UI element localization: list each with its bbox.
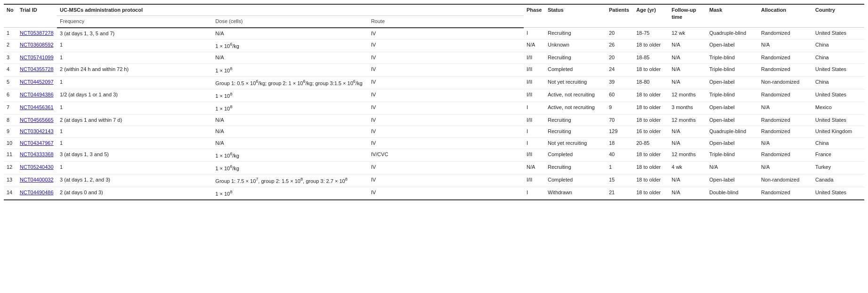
cell-followup: 3 months	[669, 102, 706, 114]
cell-allocation: Randomized	[758, 28, 812, 40]
col-header-status: Status	[545, 4, 606, 28]
trial-id-link[interactable]: NCT04452097	[20, 79, 54, 85]
cell-dose: 1 × 108	[212, 187, 368, 200]
cell-trial-id[interactable]: NCT04400032	[17, 174, 57, 187]
trial-id-link[interactable]: NCT05240430	[20, 164, 54, 170]
cell-phase: I/II	[524, 114, 545, 126]
cell-trial-id[interactable]: NCT04452097	[17, 76, 57, 89]
cell-no: 3	[4, 52, 17, 63]
cell-country: France	[812, 149, 864, 161]
trial-id-link[interactable]: NCT05741099	[20, 55, 54, 60]
trial-id-link[interactable]: NCT04400032	[20, 177, 54, 182]
cell-trial-id[interactable]: NCT04494386	[17, 89, 57, 102]
cell-allocation: Randomized	[758, 89, 812, 102]
cell-followup: N/A	[669, 137, 706, 149]
cell-dose: N/A	[212, 126, 368, 137]
cell-trial-id[interactable]: NCT05387278	[17, 28, 57, 40]
cell-allocation: N/A	[758, 162, 812, 174]
trial-id-link[interactable]: NCT04355728	[20, 66, 54, 72]
cell-phase: I	[524, 187, 545, 200]
cell-route: IV	[368, 40, 524, 52]
cell-allocation: Randomized	[758, 63, 812, 76]
table-row: 14NCT044904862 (at days 0 and 3)1 × 108I…	[4, 187, 864, 200]
cell-trial-id[interactable]: NCT04347967	[17, 137, 57, 149]
cell-mask: Double-blind	[706, 187, 758, 200]
cell-route: IV	[368, 162, 524, 174]
col-header-trial-id: Trial ID	[17, 4, 57, 28]
cell-phase: I/II	[524, 52, 545, 63]
cell-followup: 12 wk	[669, 28, 706, 40]
cell-dose: N/A	[212, 28, 368, 40]
cell-age: 18 to older	[633, 63, 669, 76]
cell-phase: N/A	[524, 162, 545, 174]
cell-followup: N/A	[669, 63, 706, 76]
cell-dose: 1 × 108	[212, 89, 368, 102]
cell-trial-id[interactable]: NCT04355728	[17, 63, 57, 76]
cell-frequency: 3 (at days 1, 2, and 3)	[57, 174, 212, 187]
trial-id-link[interactable]: NCT04347967	[20, 140, 54, 146]
cell-status: Completed	[545, 149, 606, 161]
cell-followup: 4 wk	[669, 162, 706, 174]
cell-trial-id[interactable]: NCT04490486	[17, 187, 57, 200]
cell-dose: N/A	[212, 114, 368, 126]
col-header-protocol-group: UC-MSCs administration protocol	[57, 4, 524, 16]
cell-dose: 1 × 106/kg	[212, 149, 368, 161]
table-row: 9NCT030421431N/AIVIRecruiting12916 to ol…	[4, 126, 864, 137]
cell-allocation: N/A	[758, 40, 812, 52]
col-header-age: Age (yr)	[633, 4, 669, 28]
cell-patients: 24	[606, 63, 633, 76]
cell-route: IV	[368, 52, 524, 63]
cell-followup: N/A	[669, 174, 706, 187]
cell-no: 4	[4, 63, 17, 76]
trial-id-link[interactable]: NCT04333368	[20, 151, 54, 157]
cell-route: IV	[368, 89, 524, 102]
cell-phase: I/II	[524, 149, 545, 161]
cell-allocation: Randomized	[758, 114, 812, 126]
cell-trial-id[interactable]: NCT04333368	[17, 149, 57, 161]
cell-trial-id[interactable]: NCT04456361	[17, 102, 57, 114]
cell-route: IV/CVC	[368, 149, 524, 161]
cell-country: United States	[812, 28, 864, 40]
cell-frequency: 1/2 (at days 1 or 1 and 3)	[57, 89, 212, 102]
cell-status: Not yet recruiting	[545, 76, 606, 89]
cell-allocation: Randomized	[758, 52, 812, 63]
cell-status: Recruiting	[545, 28, 606, 40]
cell-country: Mexico	[812, 102, 864, 114]
cell-status: Not yet recruiting	[545, 137, 606, 149]
cell-frequency: 2 (at days 0 and 3)	[57, 187, 212, 200]
cell-status: Completed	[545, 63, 606, 76]
cell-trial-id[interactable]: NCT03042143	[17, 126, 57, 137]
trial-id-link[interactable]: NCT04456361	[20, 104, 54, 110]
trial-id-link[interactable]: NCT03042143	[20, 128, 54, 134]
cell-patients: 15	[606, 174, 633, 187]
cell-followup: 12 months	[669, 149, 706, 161]
cell-frequency: 1	[57, 52, 212, 63]
col-header-dose: Dose (cells)	[212, 16, 368, 28]
clinical-trials-table: No Trial ID UC-MSCs administration proto…	[4, 4, 864, 200]
table-row: 4NCT043557282 (within 24 h and within 72…	[4, 63, 864, 76]
trial-id-link[interactable]: NCT04494386	[20, 92, 54, 97]
cell-mask: Open-label	[706, 76, 758, 89]
cell-trial-id[interactable]: NCT03608592	[17, 40, 57, 52]
cell-followup: 12 months	[669, 114, 706, 126]
cell-country: Turkey	[812, 162, 864, 174]
cell-patients: 20	[606, 52, 633, 63]
cell-mask: Open-label	[706, 40, 758, 52]
trial-id-link[interactable]: NCT04490486	[20, 190, 54, 195]
trial-id-link[interactable]: NCT05387278	[20, 30, 54, 36]
cell-no: 5	[4, 76, 17, 89]
cell-patients: 1	[606, 162, 633, 174]
cell-followup: N/A	[669, 40, 706, 52]
cell-no: 12	[4, 162, 17, 174]
cell-mask: Open-label	[706, 174, 758, 187]
cell-trial-id[interactable]: NCT05741099	[17, 52, 57, 63]
cell-trial-id[interactable]: NCT04565665	[17, 114, 57, 126]
cell-country: United Kingdom	[812, 126, 864, 137]
cell-trial-id[interactable]: NCT05240430	[17, 162, 57, 174]
trial-id-link[interactable]: NCT04565665	[20, 117, 54, 123]
trial-id-link[interactable]: NCT03608592	[20, 42, 54, 48]
cell-no: 6	[4, 89, 17, 102]
cell-no: 8	[4, 114, 17, 126]
cell-country: United States	[812, 63, 864, 76]
col-header-frequency: Frequency	[57, 16, 212, 28]
